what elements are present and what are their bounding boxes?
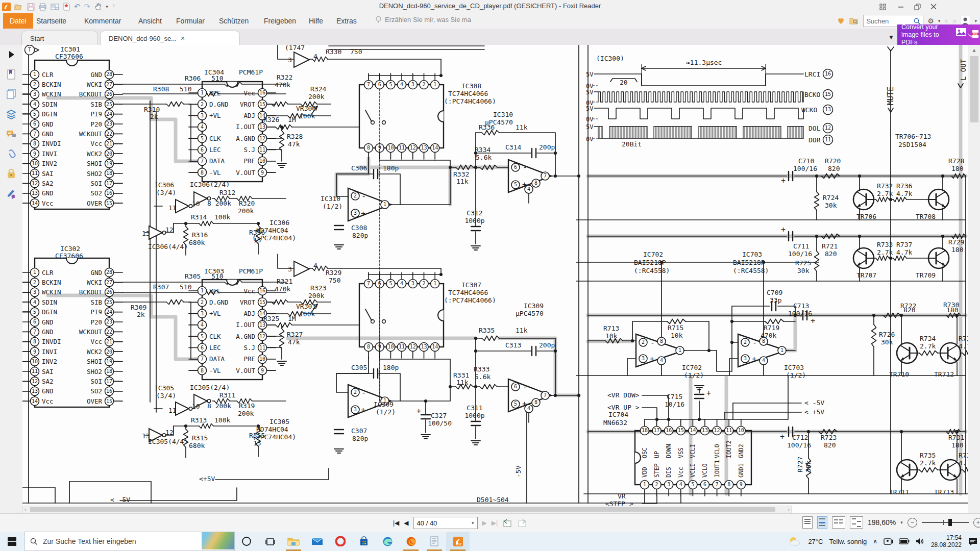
- tab-formular[interactable]: Formular: [169, 13, 211, 29]
- save-icon[interactable]: [27, 3, 35, 11]
- taskbar-edge[interactable]: [376, 532, 399, 551]
- security-lock-icon[interactable]: [6, 168, 16, 179]
- tab-freigeben[interactable]: Freigeben: [257, 13, 303, 29]
- svg-text:Vcc: Vcc: [90, 338, 102, 345]
- previous-view-icon[interactable]: [502, 519, 512, 528]
- vscroll-up-arrow[interactable]: ▲: [971, 47, 977, 53]
- svg-text:13: 13: [259, 322, 265, 328]
- tab-extras[interactable]: Extras: [330, 13, 363, 29]
- tray-expand-chevron[interactable]: ∧: [873, 538, 877, 545]
- action-center-icon[interactable]: [968, 537, 978, 546]
- task-view-button[interactable]: [258, 532, 282, 551]
- email-icon[interactable]: [51, 3, 59, 10]
- cortana-button[interactable]: [235, 532, 258, 551]
- comments-icon[interactable]: [6, 130, 16, 140]
- open-file-icon[interactable]: [14, 3, 23, 11]
- vscroll-thumb[interactable]: [970, 56, 978, 122]
- continuous-view-icon[interactable]: [817, 516, 827, 529]
- next-page-button[interactable]: ▶: [482, 519, 487, 527]
- continuous-facing-view-icon[interactable]: [850, 516, 863, 529]
- taskbar-notepad[interactable]: [423, 532, 446, 551]
- page-number-field[interactable]: 40 / 40▾: [413, 517, 478, 529]
- battery-icon[interactable]: [899, 538, 910, 544]
- redo-icon[interactable]: ↷: [84, 2, 91, 11]
- volume-icon[interactable]: [916, 538, 925, 545]
- hand-tool-icon[interactable]: [94, 3, 102, 11]
- expand-panel-icon[interactable]: [6, 50, 16, 60]
- taskbar-file-explorer[interactable]: [282, 532, 305, 551]
- foxit-logo-icon[interactable]: [2, 3, 11, 11]
- new-document-icon[interactable]: [63, 3, 70, 11]
- weather-temp[interactable]: 27°C: [808, 538, 823, 545]
- tab-datei[interactable]: Datei: [3, 13, 33, 29]
- taskbar-clock[interactable]: 17:54 28.08.2022: [931, 534, 962, 548]
- document-viewport[interactable]: 1CLR2BCKIN3WCKIN4SDIN5DGIN6GND7GND8INVDI…: [22, 45, 968, 513]
- taskbar-microsoft-store[interactable]: [352, 532, 376, 551]
- undo-icon[interactable]: ↶: [74, 2, 81, 11]
- last-page-button[interactable]: ▶|: [492, 519, 498, 527]
- tab-schuetzen[interactable]: Schützen: [212, 13, 255, 29]
- start-button[interactable]: [0, 532, 23, 551]
- weather-desc[interactable]: Teilw. sonnig: [829, 538, 867, 545]
- close-button[interactable]: [926, 2, 941, 11]
- svg-text:C712: C712: [792, 434, 808, 441]
- tab-document[interactable]: DENON_dcd-960_se... ×: [100, 31, 240, 45]
- first-page-button[interactable]: |◀: [393, 519, 399, 527]
- svg-text:180p: 180p: [383, 164, 399, 172]
- tab-ansicht[interactable]: Ansicht: [132, 13, 168, 29]
- zoom-out-button[interactable]: −: [908, 518, 917, 528]
- settings-caret[interactable]: ▾: [938, 18, 941, 23]
- taskbar-opera[interactable]: [329, 532, 352, 551]
- tab-close-icon[interactable]: ×: [181, 34, 185, 42]
- bing-daily-image[interactable]: [202, 532, 234, 549]
- weather-icon[interactable]: [788, 536, 802, 547]
- svg-text:12: 12: [714, 428, 720, 433]
- tellme-field[interactable]: Erzählen Sie mir, was Sie ma: [375, 16, 471, 23]
- account-caret[interactable]: ▾: [974, 18, 977, 23]
- taskbar-firefox[interactable]: [399, 532, 423, 551]
- tab-list-caret[interactable]: ▼: [888, 34, 894, 41]
- svg-text:10: 10: [387, 145, 394, 151]
- convert-banner[interactable]: Convert yourimage files to PDFs PDF: [897, 24, 980, 45]
- tab-kommentar[interactable]: Kommentar: [78, 13, 128, 29]
- lightbulb-icon: [375, 16, 382, 23]
- layout-grid-button[interactable]: [875, 2, 890, 11]
- taskbar-search-input[interactable]: Zur Suche Text hier eingeben: [24, 532, 235, 551]
- print-icon[interactable]: [38, 3, 47, 11]
- taskbar-mail[interactable]: [305, 532, 329, 551]
- signature-icon[interactable]: [6, 189, 16, 199]
- qat-customize-icon[interactable]: ⸚: [113, 4, 115, 10]
- taskbar-foxit-active[interactable]: PDF: [446, 532, 470, 551]
- favorites-heart-icon[interactable]: [837, 17, 845, 25]
- zoom-percentage[interactable]: 198,60%: [868, 518, 896, 527]
- svg-text:TR710: TR710: [889, 370, 909, 378]
- svg-text:16: 16: [106, 190, 112, 196]
- svg-text:12: 12: [165, 429, 174, 436]
- zoom-slider[interactable]: [922, 522, 969, 523]
- zoom-in-button[interactable]: +: [973, 518, 980, 528]
- tab-start[interactable]: Start: [21, 31, 98, 45]
- page-thumbnails-icon[interactable]: [6, 89, 16, 99]
- search-folder-icon[interactable]: [849, 17, 859, 25]
- layers-icon[interactable]: [6, 109, 16, 119]
- tab-startseite[interactable]: Startseite: [30, 13, 73, 29]
- zoom-caret[interactable]: ▾: [900, 520, 903, 525]
- facing-view-icon[interactable]: [832, 516, 845, 529]
- hscroll-right-arrow[interactable]: ›: [788, 507, 790, 512]
- attachments-icon[interactable]: [6, 149, 16, 159]
- hand-dropdown-caret[interactable]: ▾: [106, 4, 108, 9]
- svg-text:-5V: -5V: [514, 465, 522, 478]
- tab-hilfe[interactable]: Hilfe: [302, 13, 330, 29]
- hscroll-left-arrow[interactable]: ‹: [24, 507, 26, 512]
- hscroll-thumb[interactable]: [30, 507, 775, 512]
- meet-now-icon[interactable]: [884, 538, 893, 545]
- minimize-button[interactable]: [893, 2, 909, 11]
- next-view-icon[interactable]: [517, 519, 527, 528]
- vertical-scrollbar[interactable]: ▲: [968, 45, 980, 513]
- previous-page-button[interactable]: ◀: [404, 519, 408, 527]
- svg-text:(:PC74HC04): (:PC74HC04): [252, 234, 296, 242]
- bookmarks-icon[interactable]: [6, 69, 16, 80]
- restore-button[interactable]: [910, 2, 925, 11]
- single-page-view-icon[interactable]: [802, 516, 813, 529]
- zoom-slider-handle[interactable]: [948, 519, 952, 526]
